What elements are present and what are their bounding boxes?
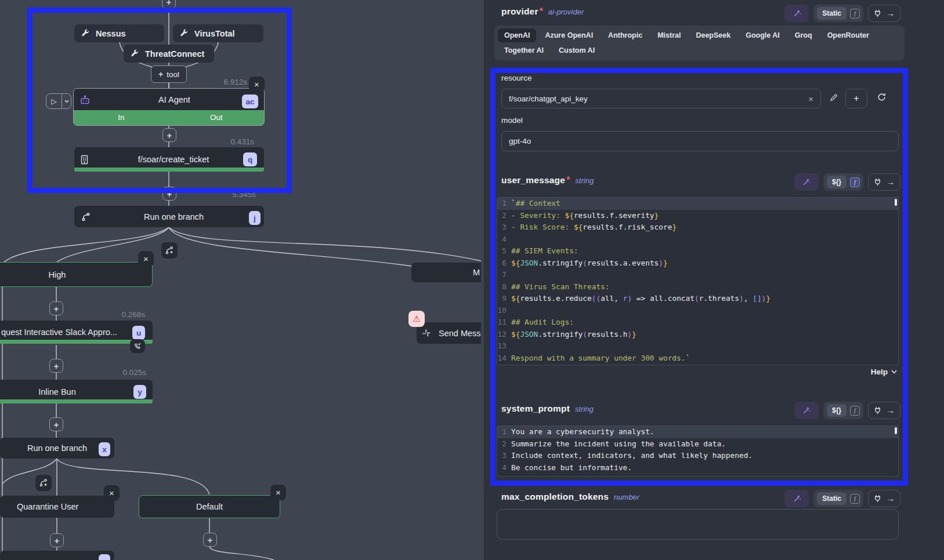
- mode-toggle[interactable]: Static f: [813, 490, 863, 507]
- tab-openrouter[interactable]: OpenRouter: [821, 28, 876, 42]
- node-virustotal[interactable]: VirusTotal: [173, 24, 263, 42]
- add-branch-button[interactable]: [161, 242, 178, 259]
- node-ai-agent[interactable]: AI Agent In Out: [73, 88, 265, 126]
- code-line[interactable]: 14Respond with a summary under 300 words…: [497, 352, 898, 365]
- tab-deepseek[interactable]: DeepSeek: [689, 28, 737, 42]
- code-line[interactable]: 2Summarize the incident using the availa…: [497, 438, 898, 450]
- code-line[interactable]: 1`## Context: [497, 198, 898, 210]
- node-inline-bun[interactable]: Inline Bun: [0, 380, 153, 403]
- code-line[interactable]: 12${JSON.stringify(results.h)}: [497, 329, 898, 341]
- max-tokens-input[interactable]: [497, 509, 899, 540]
- node-threatconnect[interactable]: ThreatConnect: [124, 45, 214, 63]
- tab-together-ai[interactable]: Together AI: [498, 43, 550, 57]
- code-line[interactable]: 7: [497, 269, 898, 281]
- close-button[interactable]: ×: [249, 77, 265, 92]
- add-step-connector[interactable]: +: [203, 533, 217, 547]
- help-button[interactable]: Help: [871, 368, 897, 376]
- plug-icon[interactable]: [874, 178, 881, 186]
- node-run-one-branch-1[interactable]: Run one branch: [74, 206, 264, 227]
- out-tab[interactable]: Out: [169, 110, 264, 125]
- code-line[interactable]: 1You are a cybersecurity analyst.: [497, 426, 898, 438]
- system-prompt-editor[interactable]: 1You are a cybersecurity analyst.2Summar…: [497, 426, 899, 477]
- add-step-connector[interactable]: +: [162, 187, 176, 201]
- code-line[interactable]: 4: [497, 234, 898, 246]
- add-step-connector[interactable]: +: [49, 359, 63, 373]
- code-line[interactable]: 9${results.e.reduce((all, r) => all.conc…: [497, 293, 898, 305]
- editor-scrollbar[interactable]: [895, 199, 897, 206]
- mode-toggle[interactable]: Static f: [813, 5, 863, 22]
- tab-azure-openai[interactable]: Azure OpenAI: [538, 28, 599, 42]
- code-line[interactable]: 2- Severity: ${results.f.severity}: [497, 210, 898, 222]
- node-quarantine-user[interactable]: Quarantine User: [0, 496, 114, 518]
- add-step-connector[interactable]: +: [49, 417, 63, 431]
- code-line[interactable]: 8## Virus Scan Threats:: [497, 281, 898, 293]
- plug-icon[interactable]: [874, 9, 881, 17]
- code-line[interactable]: 5## SIEM Events:: [497, 245, 898, 257]
- run-controls[interactable]: ▷: [46, 93, 71, 109]
- add-step-connector[interactable]: +: [50, 533, 64, 547]
- expression-mode-icon[interactable]: f: [850, 177, 860, 187]
- tool-pill[interactable]: + tool: [151, 66, 187, 83]
- workflow-canvas[interactable]: + Nessus VirusTotal ThreatConnect + tool…: [0, 0, 481, 560]
- node-bottom-sliver[interactable]: [0, 551, 114, 560]
- node-branch-high[interactable]: High: [0, 262, 153, 287]
- model-input[interactable]: gpt-4o: [501, 131, 899, 151]
- in-tab[interactable]: In: [74, 110, 169, 125]
- tab-anthropic[interactable]: Anthropic: [602, 28, 649, 42]
- remove-branch-button[interactable]: ×: [104, 485, 120, 501]
- mode-toggle[interactable]: ${} f: [823, 402, 863, 419]
- refresh-resources-button[interactable]: [877, 92, 887, 102]
- user-message-editor[interactable]: 1`## Context2- Severity: ${results.f.sev…: [497, 197, 899, 365]
- add-resource-button[interactable]: +: [845, 89, 867, 108]
- mode-toggle[interactable]: ${} f: [823, 173, 863, 191]
- add-step-connector[interactable]: +: [162, 0, 176, 9]
- node-slack-approval[interactable]: quest Interactive Slack Appro...: [0, 321, 153, 344]
- ai-assist-button[interactable]: [784, 5, 809, 22]
- connect-arrow-icon[interactable]: →: [887, 494, 895, 503]
- code-line[interactable]: 6${JSON.stringify(results.a.events)}: [497, 257, 898, 270]
- tab-mistral[interactable]: Mistral: [651, 28, 687, 42]
- node-send-message[interactable]: Send Message: [417, 322, 481, 344]
- mode-static[interactable]: Static: [817, 492, 847, 505]
- ai-assist-button[interactable]: [784, 490, 809, 507]
- editor-scrollbar[interactable]: [895, 427, 897, 434]
- play-button[interactable]: ▷: [46, 94, 62, 108]
- code-line[interactable]: 3Include context, indicators, and what l…: [497, 450, 898, 462]
- resource-input[interactable]: f/soar/chatgpt_api_key ×: [501, 89, 821, 108]
- add-step-connector[interactable]: +: [49, 301, 63, 315]
- connect-arrow-icon[interactable]: →: [887, 406, 895, 415]
- remove-branch-button[interactable]: ×: [138, 251, 154, 267]
- remove-branch-button[interactable]: ×: [270, 485, 286, 500]
- mode-expression[interactable]: ${}: [827, 404, 847, 417]
- node-create-ticket[interactable]: f/soar/create_ticket: [74, 147, 264, 172]
- connect-arrow-icon[interactable]: →: [887, 177, 895, 187]
- ai-assist-button[interactable]: [794, 402, 819, 419]
- run-options-button[interactable]: [62, 94, 71, 108]
- node-branch-medium[interactable]: M: [411, 263, 481, 282]
- code-line[interactable]: 4Be concise but informative.: [497, 462, 898, 474]
- expression-mode-icon[interactable]: f: [850, 406, 860, 416]
- connect-arrow-icon[interactable]: →: [887, 9, 895, 18]
- tab-custom-ai[interactable]: Custom AI: [552, 43, 601, 57]
- node-run-one-branch-2[interactable]: Run one branch: [0, 438, 114, 459]
- expression-mode-icon[interactable]: f: [850, 494, 860, 504]
- code-line[interactable]: 13: [497, 340, 898, 352]
- mode-static[interactable]: Static: [817, 7, 847, 20]
- edit-resource-button[interactable]: [829, 93, 838, 102]
- node-branch-default[interactable]: Default: [139, 495, 280, 518]
- expression-mode-icon[interactable]: f: [850, 9, 860, 19]
- plug-icon[interactable]: [874, 406, 881, 414]
- tab-google-ai[interactable]: Google AI: [739, 28, 786, 42]
- add-branch-button[interactable]: [35, 475, 52, 491]
- mode-expression[interactable]: ${}: [827, 176, 847, 188]
- tab-groq[interactable]: Groq: [789, 28, 819, 42]
- plug-icon[interactable]: [874, 494, 881, 503]
- clear-icon[interactable]: ×: [808, 94, 813, 104]
- tab-openai[interactable]: OpenAI: [498, 28, 536, 42]
- code-line[interactable]: 11## Audit Logs:: [497, 317, 898, 329]
- node-nessus[interactable]: Nessus: [74, 24, 164, 42]
- code-line[interactable]: 10: [497, 305, 898, 317]
- code-line[interactable]: 3- Risk Score: ${results.f.risk_score}: [497, 221, 898, 234]
- add-step-connector[interactable]: +: [162, 128, 176, 142]
- ai-assist-button[interactable]: [794, 173, 819, 191]
